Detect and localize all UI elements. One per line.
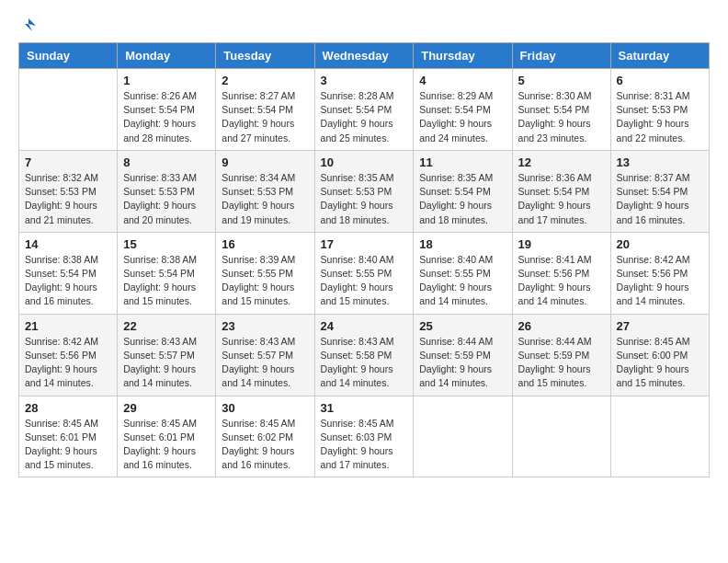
- calendar-cell: [19, 69, 118, 151]
- calendar-week-row: 14Sunrise: 8:38 AM Sunset: 5:54 PM Dayli…: [19, 232, 710, 314]
- day-number: 19: [518, 237, 605, 251]
- day-number: 30: [222, 401, 308, 415]
- calendar-cell: 8Sunrise: 8:33 AM Sunset: 5:53 PM Daylig…: [118, 150, 216, 232]
- day-info: Sunrise: 8:39 AM Sunset: 5:55 PM Dayligh…: [222, 253, 308, 309]
- calendar-cell: 25Sunrise: 8:44 AM Sunset: 5:59 PM Dayli…: [414, 314, 512, 396]
- day-of-week-header: Saturday: [610, 43, 709, 69]
- day-info: Sunrise: 8:31 AM Sunset: 5:53 PM Dayligh…: [617, 89, 703, 145]
- day-info: Sunrise: 8:42 AM Sunset: 5:56 PM Dayligh…: [25, 335, 111, 391]
- page-header: [18, 18, 710, 33]
- day-number: 23: [222, 319, 308, 333]
- day-info: Sunrise: 8:35 AM Sunset: 5:54 PM Dayligh…: [419, 171, 506, 227]
- day-number: 12: [518, 155, 605, 169]
- calendar-cell: 19Sunrise: 8:41 AM Sunset: 5:56 PM Dayli…: [512, 232, 610, 314]
- day-info: Sunrise: 8:33 AM Sunset: 5:53 PM Dayligh…: [123, 171, 210, 227]
- day-number: 11: [419, 155, 506, 169]
- day-number: 27: [617, 319, 703, 333]
- calendar-cell: 22Sunrise: 8:43 AM Sunset: 5:57 PM Dayli…: [118, 314, 216, 396]
- calendar-cell: 11Sunrise: 8:35 AM Sunset: 5:54 PM Dayli…: [414, 150, 512, 232]
- calendar-header-row: SundayMondayTuesdayWednesdayThursdayFrid…: [19, 43, 710, 69]
- calendar-week-row: 21Sunrise: 8:42 AM Sunset: 5:56 PM Dayli…: [19, 314, 710, 396]
- calendar-cell: 26Sunrise: 8:44 AM Sunset: 5:59 PM Dayli…: [512, 314, 610, 396]
- day-info: Sunrise: 8:26 AM Sunset: 5:54 PM Dayligh…: [123, 89, 210, 145]
- calendar-cell: [610, 396, 709, 477]
- svg-marker-0: [25, 18, 36, 31]
- day-info: Sunrise: 8:36 AM Sunset: 5:54 PM Dayligh…: [518, 171, 605, 227]
- logo: [18, 18, 36, 33]
- day-number: 20: [617, 237, 703, 251]
- day-info: Sunrise: 8:35 AM Sunset: 5:53 PM Dayligh…: [321, 171, 408, 227]
- calendar-cell: 10Sunrise: 8:35 AM Sunset: 5:53 PM Dayli…: [314, 150, 414, 232]
- day-number: 1: [123, 74, 210, 87]
- day-info: Sunrise: 8:45 AM Sunset: 6:02 PM Dayligh…: [222, 417, 308, 473]
- calendar-cell: 2Sunrise: 8:27 AM Sunset: 5:54 PM Daylig…: [216, 69, 314, 151]
- day-info: Sunrise: 8:45 AM Sunset: 6:03 PM Dayligh…: [321, 417, 408, 473]
- day-number: 3: [321, 74, 408, 87]
- day-number: 26: [518, 319, 605, 333]
- day-of-week-header: Friday: [512, 43, 610, 69]
- day-number: 13: [617, 155, 703, 169]
- day-number: 7: [25, 155, 111, 169]
- calendar-cell: 6Sunrise: 8:31 AM Sunset: 5:53 PM Daylig…: [610, 69, 709, 151]
- day-number: 10: [321, 155, 408, 169]
- day-number: 9: [222, 155, 308, 169]
- calendar-cell: 29Sunrise: 8:45 AM Sunset: 6:01 PM Dayli…: [118, 396, 216, 477]
- calendar-cell: 23Sunrise: 8:43 AM Sunset: 5:57 PM Dayli…: [216, 314, 314, 396]
- day-of-week-header: Wednesday: [314, 43, 414, 69]
- day-info: Sunrise: 8:29 AM Sunset: 5:54 PM Dayligh…: [419, 89, 506, 145]
- day-info: Sunrise: 8:40 AM Sunset: 5:55 PM Dayligh…: [321, 253, 408, 309]
- calendar-week-row: 7Sunrise: 8:32 AM Sunset: 5:53 PM Daylig…: [19, 150, 710, 232]
- calendar-cell: 1Sunrise: 8:26 AM Sunset: 5:54 PM Daylig…: [118, 69, 216, 151]
- logo-bird-icon: [19, 17, 36, 33]
- calendar-cell: 18Sunrise: 8:40 AM Sunset: 5:55 PM Dayli…: [414, 232, 512, 314]
- day-of-week-header: Sunday: [19, 43, 118, 69]
- day-info: Sunrise: 8:45 AM Sunset: 6:01 PM Dayligh…: [25, 417, 111, 473]
- day-info: Sunrise: 8:45 AM Sunset: 6:01 PM Dayligh…: [123, 417, 210, 473]
- day-info: Sunrise: 8:30 AM Sunset: 5:54 PM Dayligh…: [518, 89, 605, 145]
- day-of-week-header: Thursday: [414, 43, 512, 69]
- day-info: Sunrise: 8:38 AM Sunset: 5:54 PM Dayligh…: [123, 253, 210, 309]
- day-number: 28: [25, 401, 111, 415]
- day-number: 31: [321, 401, 408, 415]
- day-number: 4: [419, 74, 506, 87]
- day-number: 2: [222, 74, 308, 87]
- day-number: 25: [419, 319, 506, 333]
- day-info: Sunrise: 8:41 AM Sunset: 5:56 PM Dayligh…: [518, 253, 605, 309]
- calendar-cell: 17Sunrise: 8:40 AM Sunset: 5:55 PM Dayli…: [314, 232, 414, 314]
- calendar-cell: [414, 396, 512, 477]
- calendar-cell: 21Sunrise: 8:42 AM Sunset: 5:56 PM Dayli…: [19, 314, 118, 396]
- day-info: Sunrise: 8:43 AM Sunset: 5:58 PM Dayligh…: [321, 335, 408, 391]
- calendar-cell: 30Sunrise: 8:45 AM Sunset: 6:02 PM Dayli…: [216, 396, 314, 477]
- calendar-cell: 12Sunrise: 8:36 AM Sunset: 5:54 PM Dayli…: [512, 150, 610, 232]
- calendar-cell: 27Sunrise: 8:45 AM Sunset: 6:00 PM Dayli…: [610, 314, 709, 396]
- calendar-cell: 16Sunrise: 8:39 AM Sunset: 5:55 PM Dayli…: [216, 232, 314, 314]
- day-info: Sunrise: 8:42 AM Sunset: 5:56 PM Dayligh…: [617, 253, 703, 309]
- calendar-cell: 9Sunrise: 8:34 AM Sunset: 5:53 PM Daylig…: [216, 150, 314, 232]
- day-info: Sunrise: 8:40 AM Sunset: 5:55 PM Dayligh…: [419, 253, 506, 309]
- day-info: Sunrise: 8:43 AM Sunset: 5:57 PM Dayligh…: [123, 335, 210, 391]
- calendar-cell: 3Sunrise: 8:28 AM Sunset: 5:54 PM Daylig…: [314, 69, 414, 151]
- day-info: Sunrise: 8:45 AM Sunset: 6:00 PM Dayligh…: [617, 335, 703, 391]
- day-number: 18: [419, 237, 506, 251]
- day-of-week-header: Tuesday: [216, 43, 314, 69]
- day-number: 15: [123, 237, 210, 251]
- day-of-week-header: Monday: [118, 43, 216, 69]
- day-number: 14: [25, 237, 111, 251]
- day-number: 17: [321, 237, 408, 251]
- calendar-cell: 20Sunrise: 8:42 AM Sunset: 5:56 PM Dayli…: [610, 232, 709, 314]
- day-info: Sunrise: 8:32 AM Sunset: 5:53 PM Dayligh…: [25, 171, 111, 227]
- day-info: Sunrise: 8:34 AM Sunset: 5:53 PM Dayligh…: [222, 171, 308, 227]
- day-info: Sunrise: 8:44 AM Sunset: 5:59 PM Dayligh…: [518, 335, 605, 391]
- day-number: 29: [123, 401, 210, 415]
- day-info: Sunrise: 8:43 AM Sunset: 5:57 PM Dayligh…: [222, 335, 308, 391]
- calendar-week-row: 28Sunrise: 8:45 AM Sunset: 6:01 PM Dayli…: [19, 396, 710, 477]
- day-number: 6: [617, 74, 703, 87]
- calendar-cell: 7Sunrise: 8:32 AM Sunset: 5:53 PM Daylig…: [19, 150, 118, 232]
- calendar-cell: [512, 396, 610, 477]
- day-number: 22: [123, 319, 210, 333]
- calendar-cell: 28Sunrise: 8:45 AM Sunset: 6:01 PM Dayli…: [19, 396, 118, 477]
- day-info: Sunrise: 8:38 AM Sunset: 5:54 PM Dayligh…: [25, 253, 111, 309]
- calendar-cell: 31Sunrise: 8:45 AM Sunset: 6:03 PM Dayli…: [314, 396, 414, 477]
- calendar-cell: 15Sunrise: 8:38 AM Sunset: 5:54 PM Dayli…: [118, 232, 216, 314]
- calendar-cell: 5Sunrise: 8:30 AM Sunset: 5:54 PM Daylig…: [512, 69, 610, 151]
